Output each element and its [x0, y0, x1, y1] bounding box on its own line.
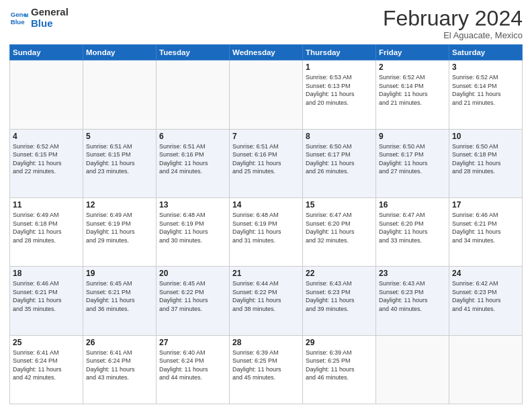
day-info: Sunrise: 6:49 AMSunset: 6:18 PMDaylight:…: [13, 211, 80, 244]
calendar-cell: 15Sunrise: 6:47 AMSunset: 6:20 PMDayligh…: [303, 197, 376, 266]
day-info: Sunrise: 6:46 AMSunset: 6:21 PMDaylight:…: [13, 279, 80, 313]
day-number: 27: [159, 338, 226, 347]
calendar-week-row: 11Sunrise: 6:49 AMSunset: 6:18 PMDayligh…: [10, 197, 523, 266]
day-info: Sunrise: 6:45 AMSunset: 6:22 PMDaylight:…: [159, 279, 226, 313]
day-number: 2: [379, 62, 446, 72]
day-number: 3: [452, 62, 519, 72]
day-info: Sunrise: 6:44 AMSunset: 6:22 PMDaylight:…: [232, 279, 300, 313]
day-info: Sunrise: 6:43 AMSunset: 6:23 PMDaylight:…: [379, 279, 446, 313]
day-number: 28: [232, 338, 300, 347]
day-number: 18: [13, 269, 80, 278]
day-number: 6: [159, 132, 226, 141]
day-info: Sunrise: 6:39 AMSunset: 6:25 PMDaylight:…: [232, 349, 300, 382]
header: General Blue General Blue February 2024 …: [9, 7, 523, 40]
calendar-header-row: SundayMondayTuesdayWednesdayThursdayFrid…: [10, 45, 523, 60]
day-info: Sunrise: 6:48 AMSunset: 6:19 PMDaylight:…: [159, 211, 226, 244]
calendar-cell: 16Sunrise: 6:47 AMSunset: 6:20 PMDayligh…: [376, 197, 449, 266]
day-number: 9: [379, 132, 446, 141]
calendar-cell: 27Sunrise: 6:40 AMSunset: 6:24 PMDayligh…: [157, 335, 230, 404]
day-info: Sunrise: 6:40 AMSunset: 6:24 PMDaylight:…: [159, 349, 226, 382]
day-number: 11: [13, 200, 80, 210]
day-info: Sunrise: 6:50 AMSunset: 6:17 PMDaylight:…: [379, 142, 446, 176]
calendar-cell: [83, 60, 157, 129]
day-info: Sunrise: 6:51 AMSunset: 6:15 PMDaylight:…: [86, 142, 153, 176]
calendar-table: SundayMondayTuesdayWednesdayThursdayFrid…: [9, 44, 523, 404]
day-number: 17: [452, 200, 519, 210]
calendar-cell: 25Sunrise: 6:41 AMSunset: 6:24 PMDayligh…: [10, 335, 83, 404]
calendar-cell: 5Sunrise: 6:51 AMSunset: 6:15 PMDaylight…: [83, 129, 157, 197]
page: General Blue General Blue February 2024 …: [0, 0, 532, 411]
day-info: Sunrise: 6:50 AMSunset: 6:17 PMDaylight:…: [306, 142, 373, 176]
calendar-cell: 1Sunrise: 6:53 AMSunset: 6:13 PMDaylight…: [303, 60, 376, 129]
day-number: 12: [86, 200, 153, 210]
svg-text:Blue: Blue: [11, 17, 25, 25]
day-info: Sunrise: 6:39 AMSunset: 6:25 PMDaylight:…: [306, 349, 373, 382]
day-info: Sunrise: 6:50 AMSunset: 6:18 PMDaylight:…: [452, 142, 519, 176]
day-number: 19: [86, 269, 153, 278]
calendar-cell: [230, 60, 303, 129]
day-number: 29: [306, 338, 373, 347]
calendar-cell: 13Sunrise: 6:48 AMSunset: 6:19 PMDayligh…: [157, 197, 230, 266]
calendar-cell: 6Sunrise: 6:51 AMSunset: 6:16 PMDaylight…: [157, 129, 230, 197]
weekday-header: Tuesday: [157, 45, 230, 60]
weekday-header: Wednesday: [230, 45, 303, 60]
day-info: Sunrise: 6:41 AMSunset: 6:24 PMDaylight:…: [13, 349, 80, 382]
day-info: Sunrise: 6:52 AMSunset: 6:15 PMDaylight:…: [13, 142, 80, 176]
day-number: 7: [232, 132, 300, 141]
calendar-week-row: 1Sunrise: 6:53 AMSunset: 6:13 PMDaylight…: [10, 60, 523, 129]
logo-line2: Blue: [31, 18, 69, 30]
day-info: Sunrise: 6:51 AMSunset: 6:16 PMDaylight:…: [232, 142, 300, 176]
calendar-cell: 10Sunrise: 6:50 AMSunset: 6:18 PMDayligh…: [449, 129, 523, 197]
day-number: 5: [86, 132, 153, 141]
calendar-week-row: 18Sunrise: 6:46 AMSunset: 6:21 PMDayligh…: [10, 267, 523, 335]
day-number: 13: [159, 200, 226, 210]
calendar-cell: 21Sunrise: 6:44 AMSunset: 6:22 PMDayligh…: [230, 267, 303, 335]
calendar-cell: 2Sunrise: 6:52 AMSunset: 6:14 PMDaylight…: [376, 60, 449, 129]
calendar-cell: 9Sunrise: 6:50 AMSunset: 6:17 PMDaylight…: [376, 129, 449, 197]
day-number: 21: [232, 269, 300, 278]
logo-icon: General Blue: [9, 9, 28, 28]
weekday-header: Monday: [83, 45, 157, 60]
calendar-cell: 4Sunrise: 6:52 AMSunset: 6:15 PMDaylight…: [10, 129, 83, 197]
day-number: 10: [452, 132, 519, 141]
day-number: 16: [379, 200, 446, 210]
calendar-cell: [376, 335, 449, 404]
day-info: Sunrise: 6:42 AMSunset: 6:23 PMDaylight:…: [452, 279, 519, 313]
calendar-week-row: 4Sunrise: 6:52 AMSunset: 6:15 PMDaylight…: [10, 129, 523, 197]
day-info: Sunrise: 6:52 AMSunset: 6:14 PMDaylight:…: [452, 73, 519, 107]
day-info: Sunrise: 6:41 AMSunset: 6:24 PMDaylight:…: [86, 349, 153, 382]
calendar-cell: 11Sunrise: 6:49 AMSunset: 6:18 PMDayligh…: [10, 197, 83, 266]
day-number: 26: [86, 338, 153, 347]
day-info: Sunrise: 6:47 AMSunset: 6:20 PMDaylight:…: [306, 211, 373, 244]
calendar-cell: 20Sunrise: 6:45 AMSunset: 6:22 PMDayligh…: [157, 267, 230, 335]
day-number: 20: [159, 269, 226, 278]
calendar-cell: 12Sunrise: 6:49 AMSunset: 6:19 PMDayligh…: [83, 197, 157, 266]
day-number: 4: [13, 132, 80, 141]
day-number: 25: [13, 338, 80, 347]
calendar-cell: 3Sunrise: 6:52 AMSunset: 6:14 PMDaylight…: [449, 60, 523, 129]
day-info: Sunrise: 6:51 AMSunset: 6:16 PMDaylight:…: [159, 142, 226, 176]
calendar-cell: 23Sunrise: 6:43 AMSunset: 6:23 PMDayligh…: [376, 267, 449, 335]
weekday-header: Sunday: [10, 45, 83, 60]
day-number: 14: [232, 200, 300, 210]
calendar-week-row: 25Sunrise: 6:41 AMSunset: 6:24 PMDayligh…: [10, 335, 523, 404]
calendar-cell: 14Sunrise: 6:48 AMSunset: 6:19 PMDayligh…: [230, 197, 303, 266]
calendar-cell: 28Sunrise: 6:39 AMSunset: 6:25 PMDayligh…: [230, 335, 303, 404]
location: El Aguacate, Mexico: [383, 30, 523, 40]
calendar-cell: 29Sunrise: 6:39 AMSunset: 6:25 PMDayligh…: [303, 335, 376, 404]
day-number: 22: [306, 269, 373, 278]
weekday-header: Saturday: [449, 45, 523, 60]
weekday-header: Friday: [376, 45, 449, 60]
day-info: Sunrise: 6:49 AMSunset: 6:19 PMDaylight:…: [86, 211, 153, 244]
weekday-header: Thursday: [303, 45, 376, 60]
calendar-cell: 22Sunrise: 6:43 AMSunset: 6:23 PMDayligh…: [303, 267, 376, 335]
day-number: 1: [306, 62, 373, 72]
calendar-cell: 7Sunrise: 6:51 AMSunset: 6:16 PMDaylight…: [230, 129, 303, 197]
day-info: Sunrise: 6:43 AMSunset: 6:23 PMDaylight:…: [306, 279, 373, 313]
calendar-cell: 26Sunrise: 6:41 AMSunset: 6:24 PMDayligh…: [83, 335, 157, 404]
day-info: Sunrise: 6:53 AMSunset: 6:13 PMDaylight:…: [306, 73, 373, 107]
calendar-cell: 8Sunrise: 6:50 AMSunset: 6:17 PMDaylight…: [303, 129, 376, 197]
day-info: Sunrise: 6:48 AMSunset: 6:19 PMDaylight:…: [232, 211, 300, 244]
calendar-cell: [10, 60, 83, 129]
day-info: Sunrise: 6:45 AMSunset: 6:21 PMDaylight:…: [86, 279, 153, 313]
